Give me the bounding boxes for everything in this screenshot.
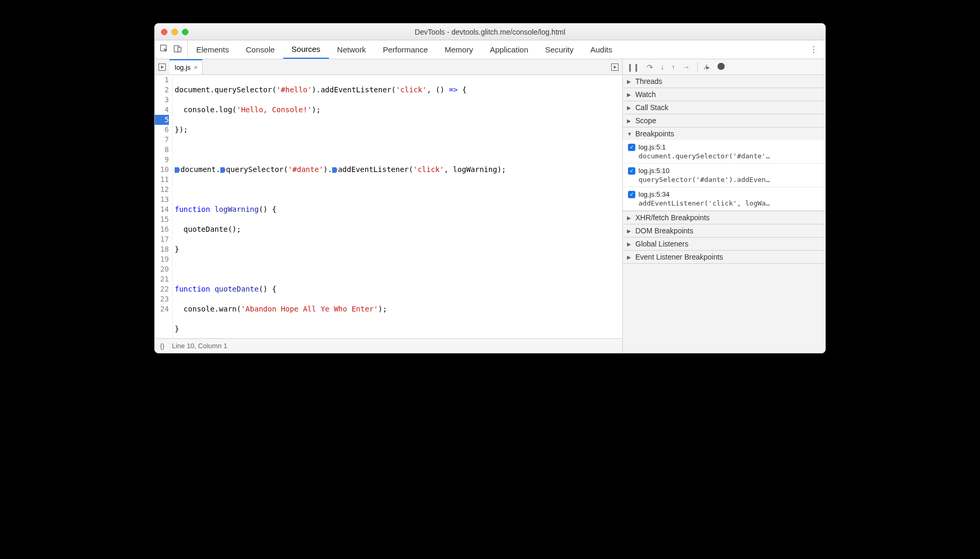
minimize-window-button[interactable] <box>172 29 178 35</box>
breakpoint-source: querySelector('#dante').addEven… <box>628 176 821 184</box>
svg-marker-3 <box>718 62 725 69</box>
navigator-toggle-icon[interactable] <box>158 63 166 71</box>
tab-elements[interactable]: Elements <box>188 40 238 59</box>
breakpoint-source: document.querySelector('#dante'… <box>628 152 821 160</box>
more-menu-icon[interactable]: ⋮ <box>802 45 825 55</box>
tab-performance[interactable]: Performance <box>375 40 436 59</box>
step-over-icon[interactable]: ↷ <box>647 63 653 71</box>
tab-memory[interactable]: Memory <box>436 40 482 59</box>
zoom-window-button[interactable] <box>182 29 188 35</box>
pause-on-exceptions-icon[interactable] <box>717 62 725 72</box>
titlebar: DevTools - devtools.glitch.me/console/lo… <box>155 24 825 40</box>
section-xhr-breakpoints[interactable]: ▶XHR/fetch Breakpoints <box>623 211 825 224</box>
step-out-icon[interactable]: ↑ <box>672 63 675 71</box>
breakpoint-item[interactable]: ✓log.js:5:10 querySelector('#dante').add… <box>623 164 825 187</box>
file-tab-bar: log.js × <box>155 59 622 75</box>
breakpoint-source: addEventListener('click', logWa… <box>628 199 821 207</box>
tab-application[interactable]: Application <box>482 40 537 59</box>
column-breakpoint-marker[interactable] <box>220 167 226 173</box>
line-gutter[interactable]: 1234 5 678910 1112131415 1617181920 2122… <box>155 75 173 338</box>
file-tab-logjs[interactable]: log.js × <box>169 59 203 74</box>
tab-sources[interactable]: Sources <box>283 40 329 59</box>
pretty-print-icon[interactable]: {} <box>160 342 165 350</box>
section-watch[interactable]: ▶Watch <box>623 88 825 101</box>
inspect-element-icon[interactable] <box>160 45 168 55</box>
deactivate-breakpoints-icon[interactable]: ⁄▸ <box>705 63 710 71</box>
section-threads[interactable]: ▶Threads <box>623 75 825 88</box>
close-tab-icon[interactable]: × <box>194 63 198 71</box>
code-content[interactable]: document.querySelector('#hello').addEven… <box>173 75 622 338</box>
tab-audits[interactable]: Audits <box>582 40 621 59</box>
step-into-icon[interactable]: ↓ <box>661 63 664 71</box>
column-breakpoint-marker[interactable] <box>332 167 337 173</box>
debugger-sidebar: ❙❙ ↷ ↓ ↑ → ⁄▸ ▶Threads ▶Watch ▶Call Stac… <box>623 59 825 353</box>
gutter-breakpoint-line5: 5 <box>155 115 169 125</box>
breakpoint-checkbox[interactable]: ✓ <box>628 144 635 151</box>
tab-security[interactable]: Security <box>537 40 582 59</box>
sources-panel: log.js × 1234 5 678910 1112131415 161718… <box>155 59 825 353</box>
svg-rect-2 <box>178 47 181 52</box>
column-breakpoint-marker[interactable] <box>175 167 180 173</box>
traffic-lights <box>161 29 188 35</box>
breakpoint-item[interactable]: ✓log.js:5:1 document.querySelector('#dan… <box>623 140 825 164</box>
debugger-sidebar-toggle-icon[interactable] <box>611 63 619 71</box>
editor-status-bar: {} Line 10, Column 1 <box>155 338 622 353</box>
section-breakpoints[interactable]: ▼Breakpoints <box>623 127 825 140</box>
device-toolbar-icon[interactable] <box>174 45 182 55</box>
cursor-position: Line 10, Column 1 <box>172 342 228 350</box>
breakpoints-list: ✓log.js:5:1 document.querySelector('#dan… <box>623 140 825 211</box>
section-scope[interactable]: ▶Scope <box>623 114 825 127</box>
breakpoint-item[interactable]: ✓log.js:5:34 addEventListener('click', l… <box>623 187 825 211</box>
section-event-listener-breakpoints[interactable]: ▶Event Listener Breakpoints <box>623 251 825 263</box>
editor-area: log.js × 1234 5 678910 1112131415 161718… <box>155 59 623 353</box>
code-editor[interactable]: 1234 5 678910 1112131415 1617181920 2122… <box>155 75 622 338</box>
breakpoint-checkbox[interactable]: ✓ <box>628 167 635 175</box>
debugger-toolbar: ❙❙ ↷ ↓ ↑ → ⁄▸ <box>623 59 825 75</box>
file-tab-label: log.js <box>175 63 190 71</box>
tab-console[interactable]: Console <box>238 40 283 59</box>
section-callstack[interactable]: ▶Call Stack <box>623 101 825 114</box>
tab-network[interactable]: Network <box>329 40 375 59</box>
step-icon[interactable]: → <box>683 63 690 71</box>
pause-icon[interactable]: ❙❙ <box>627 63 640 71</box>
devtools-window: DevTools - devtools.glitch.me/console/lo… <box>154 23 826 353</box>
breakpoint-checkbox[interactable]: ✓ <box>628 191 635 198</box>
section-global-listeners[interactable]: ▶Global Listeners <box>623 238 825 250</box>
close-window-button[interactable] <box>161 29 167 35</box>
section-dom-breakpoints[interactable]: ▶DOM Breakpoints <box>623 224 825 237</box>
devtools-tab-bar: Elements Console Sources Network Perform… <box>155 40 825 59</box>
window-title: DevTools - devtools.glitch.me/console/lo… <box>155 28 825 36</box>
